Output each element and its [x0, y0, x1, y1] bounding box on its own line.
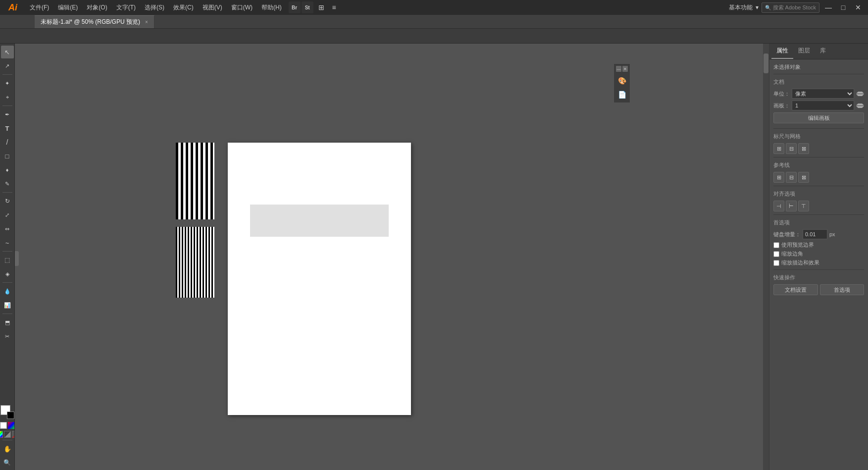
arrange-icon[interactable]: ≡	[328, 1, 340, 13]
stock-icon[interactable]: St	[302, 1, 313, 13]
preview-bounds-label: 使用预览边界	[781, 241, 814, 249]
search-box[interactable]: 🔍 搜索 Adobe Stock	[762, 2, 819, 13]
close-btn[interactable]: ✕	[852, 1, 864, 13]
quick-actions-title: 快速操作	[773, 274, 864, 281]
divider-6	[773, 269, 864, 270]
bridge-icon[interactable]: Br	[289, 1, 301, 13]
artboard	[228, 143, 411, 415]
ruler-grid-btn-1[interactable]: ⊞	[773, 143, 784, 154]
color-swatches[interactable]	[0, 405, 14, 419]
menu-help[interactable]: 帮助(H)	[257, 1, 286, 14]
tab-libraries[interactable]: 库	[815, 44, 831, 59]
free-transform-tool-btn[interactable]: ⬚	[1, 254, 14, 266]
gradient-mode-btn[interactable]	[4, 431, 11, 438]
menu-file[interactable]: 文件(F)	[26, 1, 53, 14]
tool-divider-5	[2, 282, 12, 283]
snap-amount-input[interactable]	[803, 229, 827, 239]
unit-arrows[interactable]	[856, 89, 864, 99]
float-close-btn[interactable]: ✕	[622, 66, 628, 72]
workspace-dropdown-icon[interactable]: ▾	[756, 4, 759, 11]
search-placeholder: 搜索 Adobe Stock	[773, 4, 816, 11]
float-color-btn[interactable]: 🎨	[616, 75, 628, 87]
menu-object[interactable]: 对象(O)	[83, 1, 111, 14]
direct-selection-tool-btn[interactable]: ↗	[1, 59, 14, 72]
menu-window[interactable]: 窗口(W)	[227, 1, 256, 14]
scale-strokes-checkbox[interactable]	[773, 260, 779, 266]
left-scroll-indicator[interactable]	[15, 251, 19, 266]
tool-divider-6	[2, 313, 12, 314]
color-mode-row	[0, 431, 15, 438]
document-tab[interactable]: 未标题-1.ai* @ 50% (RGB/GPU 预览) ×	[35, 15, 154, 28]
float-minimize-btn[interactable]: —	[616, 66, 621, 72]
scale-strokes-label: 缩放描边和效果	[781, 259, 819, 266]
ruler-grid-btn-2[interactable]: ⊟	[786, 143, 797, 154]
right-panel: 属性 图层 库 未选择对象 文档 单位： 像素	[769, 44, 868, 470]
menu-edit[interactable]: 编辑(E)	[54, 1, 82, 14]
selection-tool-btn[interactable]: ↖	[1, 46, 14, 58]
rect-tool-btn[interactable]: □	[1, 150, 14, 162]
tab-properties[interactable]: 属性	[771, 44, 793, 59]
menu-select[interactable]: 选择(S)	[141, 1, 168, 14]
scale-strokes-row: 缩放描边和效果	[773, 259, 864, 266]
float-document-btn[interactable]: 📄	[616, 89, 628, 101]
rotate-tool-btn[interactable]: ↻	[1, 195, 14, 208]
guides-btn-2[interactable]: ⊟	[786, 172, 797, 183]
zoom-tool-btn[interactable]: 🔍	[1, 456, 14, 469]
shape-builder-tool-btn[interactable]: ◈	[1, 267, 14, 280]
guides-btn-1[interactable]: ⊞	[773, 172, 784, 183]
unit-label: 单位：	[773, 90, 790, 98]
tool-divider-3	[2, 192, 12, 193]
warp-tool-btn[interactable]: ~	[1, 236, 14, 249]
pen-tool-btn[interactable]: ✒	[1, 108, 14, 121]
eyedropper-tool-btn[interactable]: 💧	[1, 285, 14, 298]
unit-select[interactable]: 像素	[792, 89, 854, 99]
minimize-btn[interactable]: —	[822, 1, 834, 13]
canvas-area[interactable]: — ✕ 🎨 📄	[15, 44, 769, 470]
paintbrush-tool-btn[interactable]: ♦	[1, 163, 14, 176]
artboard-select[interactable]: 1	[792, 101, 854, 110]
doc-setup-btn[interactable]: 文档设置	[773, 284, 818, 295]
default-colors-btn[interactable]	[0, 422, 7, 429]
hand-tool-btn[interactable]: ✋	[1, 442, 14, 455]
lasso-tool-btn[interactable]: ⌖	[1, 91, 14, 104]
scroll-handle-v[interactable]	[764, 53, 768, 73]
color-mode-btn[interactable]	[0, 431, 3, 438]
snap-amount-label: 键盘增量：	[773, 231, 801, 238]
pencil-tool-btn[interactable]: ✎	[1, 177, 14, 190]
guides-btn-3[interactable]: ⊠	[798, 172, 809, 183]
magic-wand-tool-btn[interactable]: ✦	[1, 77, 14, 90]
scale-tool-btn[interactable]: ⤢	[1, 209, 14, 221]
properties-panel: 未选择对象 文档 单位： 像素 画板： 1	[769, 59, 868, 470]
stroke-swatch[interactable]	[7, 412, 14, 419]
align-btn-2[interactable]: ⊢	[786, 201, 797, 211]
scale-corners-row: 缩放边角	[773, 250, 864, 258]
swap-colors-btn[interactable]	[8, 422, 15, 429]
unit-row: 单位： 像素	[773, 89, 864, 99]
align-btn-1[interactable]: ⊣	[773, 201, 784, 211]
artboard-arrows[interactable]	[856, 101, 864, 110]
slice-tool-btn[interactable]: ✂	[1, 330, 14, 343]
menu-effect[interactable]: 效果(C)	[169, 1, 198, 14]
align-btn-3[interactable]: ⊤	[798, 201, 809, 211]
width-tool-btn[interactable]: ⇔	[1, 222, 14, 235]
grid-icon[interactable]: ⊞	[315, 1, 327, 13]
menu-text[interactable]: 文字(T)	[112, 1, 140, 14]
prefs-btn[interactable]: 首选项	[820, 284, 865, 295]
tabbar: 未标题-1.ai* @ 50% (RGB/GPU 预览) ×	[0, 15, 868, 29]
workspace-label: 基本功能	[729, 3, 753, 12]
text-tool-btn[interactable]: T	[1, 122, 14, 135]
menu-right: 基本功能 ▾ 🔍 搜索 Adobe Stock — □ ✕	[729, 1, 864, 13]
edit-panel-btn[interactable]: 编辑画板	[773, 112, 864, 123]
menu-view[interactable]: 视图(V)	[199, 1, 226, 14]
artboard-tool-btn[interactable]: ⬒	[1, 316, 14, 329]
ruler-grid-btn-3[interactable]: ⊠	[798, 143, 809, 154]
preview-bounds-checkbox[interactable]	[773, 242, 779, 248]
vertical-scrollbar[interactable]	[763, 44, 769, 470]
scale-corners-checkbox[interactable]	[773, 251, 779, 257]
maximize-btn[interactable]: □	[837, 1, 849, 13]
tab-layers[interactable]: 图层	[793, 44, 815, 59]
ai-logo: Ai	[4, 0, 22, 15]
graph-tool-btn[interactable]: 📊	[1, 299, 14, 312]
line-tool-btn[interactable]: /	[1, 136, 14, 149]
tab-close-btn[interactable]: ×	[145, 19, 148, 25]
